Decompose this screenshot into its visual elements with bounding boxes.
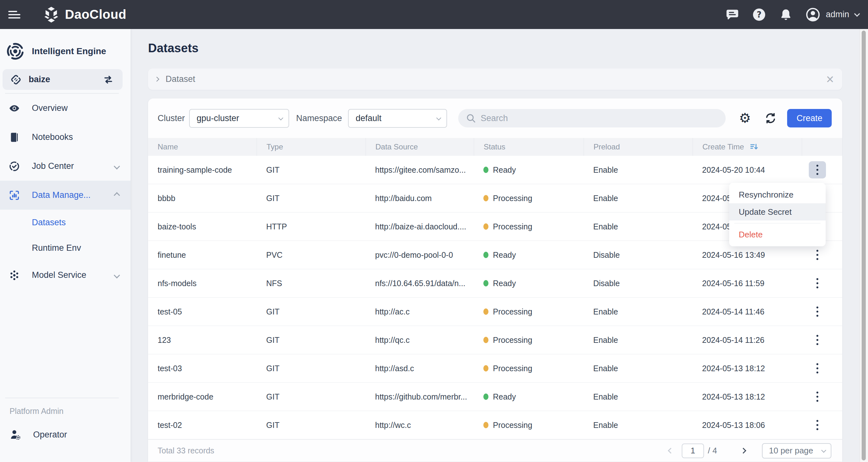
page-title: Datasets	[148, 41, 868, 55]
status-label: Processing	[493, 222, 532, 231]
next-page-icon[interactable]	[740, 447, 746, 453]
help-icon[interactable]: ?	[752, 7, 767, 22]
column-header-preload: Preload	[584, 138, 692, 156]
column-header-data-source: Data Source	[366, 138, 474, 156]
dataset-preload: Enable	[584, 364, 692, 373]
status-dot	[483, 422, 489, 428]
status-label: Ready	[493, 165, 516, 175]
workspace-selector[interactable]: baize	[3, 69, 123, 90]
table-row[interactable]: test-02 GIT http://wc.c Processing Enabl…	[148, 411, 842, 439]
table-row[interactable]: training-sample-code GIT https://gitee.c…	[148, 156, 842, 184]
dataset-name: training-sample-code	[148, 165, 257, 175]
sidebar-item-overview[interactable]: Overview	[0, 94, 130, 123]
context-menu-item[interactable]: Update Secret	[729, 203, 826, 221]
dataset-collapse-panel[interactable]: Dataset ×	[148, 68, 842, 90]
table-row[interactable]: test-03 GIT http://asd.c Processing Enab…	[148, 354, 842, 383]
status-dot	[483, 223, 489, 230]
namespace-select[interactable]: default	[348, 109, 447, 128]
row-actions-button[interactable]	[809, 161, 826, 178]
status-dot	[483, 167, 489, 173]
status-dot	[483, 309, 489, 315]
dataset-type: NFS	[257, 279, 366, 288]
dataset-create-time: 2024-05-20 10:44	[692, 165, 802, 175]
scrollbar-thumb[interactable]	[862, 31, 866, 460]
eye-icon	[9, 103, 20, 114]
table-row[interactable]: 123 GIT http://qc.c Processing Enable 20…	[148, 326, 842, 354]
settings-gear-icon[interactable]: ⚙	[739, 112, 751, 125]
dataset-preload: Disable	[584, 279, 692, 288]
dataset-source: http://baidu.com	[366, 194, 474, 203]
status-label: Processing	[493, 421, 532, 430]
dataset-source: nfs://10.64.65.91/data/n...	[366, 279, 474, 288]
sidebar-item-model-service[interactable]: Model Service	[0, 261, 130, 290]
dataset-source: https://github.com/merbr...	[366, 392, 474, 401]
namespace-value: default	[356, 113, 381, 123]
row-actions-button[interactable]	[809, 246, 826, 263]
row-actions-button[interactable]	[809, 303, 826, 320]
cluster-select[interactable]: gpu-cluster	[189, 109, 289, 128]
sidebar-item-job-center[interactable]: Job Center	[0, 152, 130, 181]
table-row[interactable]: merbridge-code GIT https://github.com/me…	[148, 383, 842, 411]
row-actions-button[interactable]	[809, 360, 826, 377]
previous-page-icon[interactable]	[668, 447, 674, 453]
search-input[interactable]	[480, 113, 718, 123]
status-label: Ready	[493, 392, 516, 401]
table-footer: Total 33 records / 4 10 per page	[148, 439, 842, 462]
status-label: Processing	[493, 194, 532, 203]
sidebar-subitem-datasets[interactable]: Datasets	[0, 210, 130, 235]
row-actions-button[interactable]	[809, 388, 826, 405]
dataset-source: pvc://0-demo-pool-0-0	[366, 251, 474, 260]
row-actions-button[interactable]	[809, 416, 826, 434]
dataset-name: finetune	[148, 251, 257, 260]
close-icon[interactable]: ×	[826, 73, 834, 86]
per-page-select[interactable]: 10 per page	[762, 443, 831, 459]
sidebar-item-data-management[interactable]: Data Manage...	[0, 181, 130, 210]
context-menu-item[interactable]: Resynchronize	[729, 186, 826, 203]
row-actions-button[interactable]	[809, 331, 826, 349]
total-records: Total 33 records	[158, 446, 214, 455]
menu-toggle-icon[interactable]	[8, 11, 21, 19]
dataset-source: http://qc.c	[366, 336, 474, 345]
sidebar-item-label: Operator	[33, 430, 67, 440]
switch-workspace-icon[interactable]	[102, 74, 114, 86]
dataset-preload: Enable	[584, 222, 692, 231]
dataset-create-time: 2024-05-16 11:59	[692, 279, 802, 288]
message-icon[interactable]	[725, 7, 740, 22]
model-service-icon	[9, 269, 20, 281]
page-number-input[interactable]	[682, 443, 704, 458]
section-label: Platform Admin	[9, 407, 130, 416]
column-header-actions	[802, 138, 842, 156]
sort-descending-icon[interactable]	[749, 142, 759, 152]
dataset-create-time: 2024-05-13 18:12	[692, 392, 802, 401]
search-icon	[466, 113, 476, 123]
table-row[interactable]: nfs-models NFS nfs://10.64.65.91/data/n.…	[148, 269, 842, 297]
refresh-icon[interactable]	[764, 112, 777, 124]
dataset-source: http://wc.c	[366, 421, 474, 430]
sidebar-item-notebooks[interactable]: Notebooks	[0, 123, 130, 152]
notifications-bell-icon[interactable]	[778, 7, 793, 22]
dataset-type: GIT	[257, 336, 366, 345]
dataset-preload: Disable	[584, 251, 692, 260]
dataset-name: 123	[148, 336, 257, 345]
scrollbar[interactable]	[860, 29, 868, 462]
sidebar-item-operator[interactable]: Operator	[0, 420, 130, 449]
context-menu: ResynchronizeUpdate SecretDelete	[729, 183, 826, 246]
dataset-type: GIT	[257, 364, 366, 373]
topbar: DaoCloud ? admin	[0, 0, 868, 29]
datasets-card: Cluster gpu-cluster Namespace default ⚙	[148, 98, 842, 462]
context-menu-item[interactable]: Delete	[729, 226, 826, 243]
status-label: Processing	[493, 307, 532, 316]
table-row[interactable]: test-05 GIT http://ac.c Processing Enabl…	[148, 297, 842, 326]
dataset-preload: Enable	[584, 194, 692, 203]
filter-toolbar: Cluster gpu-cluster Namespace default ⚙	[148, 98, 842, 138]
sidebar-subitem-runtime-env[interactable]: Runtime Env	[0, 235, 130, 261]
column-header-name: Name	[148, 138, 257, 156]
user-menu[interactable]: admin	[805, 7, 859, 22]
dataset-type: GIT	[257, 165, 366, 175]
brand-name: DaoCloud	[65, 7, 126, 22]
create-button[interactable]: Create	[787, 109, 832, 127]
sidebar-item-label: Overview	[32, 103, 68, 113]
status-label: Processing	[493, 364, 532, 373]
menu-divider	[734, 223, 820, 223]
row-actions-button[interactable]	[809, 275, 826, 292]
